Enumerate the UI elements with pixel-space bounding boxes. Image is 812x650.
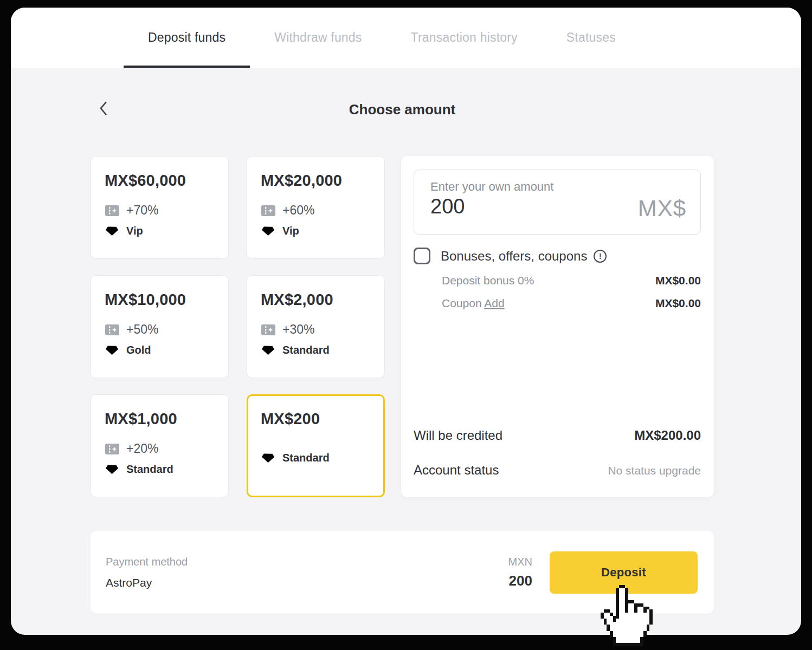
ticket-coupon-icon [105,444,119,454]
payment-actions: MXN 200 Deposit [508,551,698,594]
main-columns: MX$60,000 +70% Vip MX [91,156,714,497]
deposit-bonus-line: Deposit bonus 0% MX$0.00 [414,274,701,287]
tab-transaction-history[interactable]: Transaction history [386,8,542,68]
card-amount: MX$2,000 [261,291,384,309]
card-amount: MX$10,000 [105,291,228,309]
credited-line: Will be credited MX$200.00 [414,428,701,443]
tab-withdraw-funds[interactable]: Withdraw funds [250,8,386,68]
ticket-coupon-icon [261,324,275,335]
own-amount-label: Enter your own amount [430,180,571,194]
ticket-coupon-icon [105,324,119,335]
card-bonus-value: +30% [282,322,314,337]
card-amount: MX$200 [261,410,383,428]
bonuses-checkbox-row: Bonuses, offers, coupons ! [414,248,701,264]
card-amount: MX$1,000 [105,410,228,428]
ticket-coupon-icon [261,205,275,216]
coupon-add-link[interactable]: Add [484,297,504,309]
payment-currency-code: MXN [508,556,532,568]
tab-bar: Deposit funds Withdraw funds Transaction… [124,8,640,68]
custom-amount-panel: Enter your own amount MX$ Bonuses, offer… [401,156,714,497]
dialog-body: Choose amount MX$60,000 +70% [11,99,801,614]
amount-card-10000[interactable]: MX$10,000 +50% Gold [91,275,229,378]
gem-diamond-icon [105,344,119,356]
card-status-label: Standard [282,344,330,356]
dialog-header: Deposit funds Withdraw funds Transaction… [11,8,801,68]
amount-card-1000[interactable]: MX$1,000 +20% Standard [91,394,229,497]
card-bonus-value: +50% [126,322,158,337]
coupon-value: MX$0.00 [655,297,701,310]
card-status-row: Gold [105,344,228,356]
amount-card-200-selected[interactable]: MX$200 Standard [247,394,385,497]
card-status-row: Standard [261,344,384,356]
back-button[interactable] [95,100,112,117]
coupon-label: Coupon Add [442,297,505,310]
card-bonus-row: +70% [105,203,228,218]
account-status-label: Account status [414,463,499,478]
gem-diamond-icon [261,452,275,464]
gem-diamond-icon [105,225,119,237]
gem-diamond-icon [261,225,275,237]
title-row: Choose amount [91,99,714,120]
currency-suffix: MX$ [638,196,686,222]
card-bonus-value: +70% [126,203,158,218]
screenshot-stage: Deposit funds Withdraw funds Transaction… [0,0,812,650]
payment-amount-block: MXN 200 [508,556,532,589]
payment-bar: Payment method AstroPay MXN 200 Deposit [91,531,714,614]
own-amount-input[interactable] [430,195,571,218]
deposit-bonus-label: Deposit bonus 0% [442,274,534,287]
coupon-line: Coupon Add MX$0.00 [414,297,701,310]
card-bonus-row: +30% [261,322,384,337]
card-status-label: Standard [126,463,173,476]
account-status-value: No status upgrade [608,464,701,477]
card-status-label: Standard [282,452,330,464]
account-status-line: Account status No status upgrade [414,463,701,478]
card-status-label: Gold [126,344,151,356]
deposit-dialog: Deposit funds Withdraw funds Transaction… [11,8,801,635]
deposit-button[interactable]: Deposit [550,551,698,594]
deposit-bonus-value: MX$0.00 [655,274,701,287]
payment-method-value: AstroPay [106,576,188,589]
card-status-row: Standard [105,463,228,476]
chevron-left-icon [99,101,108,116]
amount-card-2000[interactable]: MX$2,000 +30% Standard [247,275,385,378]
coupon-label-text: Coupon [442,297,482,309]
ticket-coupon-icon [105,205,119,216]
tab-deposit-funds[interactable]: Deposit funds [124,8,250,68]
payment-method-label: Payment method [106,556,188,568]
card-bonus-value: +20% [126,441,158,456]
credited-label: Will be credited [414,428,502,443]
amount-card-60000[interactable]: MX$60,000 +70% Vip [91,156,229,259]
card-status-row: Standard [261,452,383,464]
card-status-row: Vip [105,225,228,237]
bonuses-checkbox[interactable] [414,248,430,264]
bonuses-label: Bonuses, offers, coupons [441,249,587,264]
exclamation-circle-icon[interactable]: ! [594,250,607,263]
amount-cards-grid: MX$60,000 +70% Vip MX [91,156,385,497]
credited-value: MX$200.00 [634,428,701,443]
card-bonus-row: +50% [105,322,228,337]
card-amount: MX$60,000 [105,172,228,190]
payment-amount-value: 200 [508,573,532,589]
card-status-label: Vip [126,225,143,237]
card-status-label: Vip [282,225,299,237]
card-status-row: Vip [261,225,384,237]
gem-diamond-icon [105,464,119,475]
payment-method-block: Payment method AstroPay [106,556,188,589]
card-amount: MX$20,000 [261,172,384,190]
tab-statuses[interactable]: Statuses [542,8,640,68]
spacer [414,310,701,428]
card-bonus-value: +60% [282,203,314,218]
gem-diamond-icon [261,344,275,356]
page-title: Choose amount [91,99,714,120]
own-amount-box[interactable]: Enter your own amount MX$ [414,170,701,235]
card-bonus-row: +20% [105,441,228,456]
amount-card-20000[interactable]: MX$20,000 +60% Vip [247,156,385,259]
card-bonus-row: +60% [261,203,384,218]
